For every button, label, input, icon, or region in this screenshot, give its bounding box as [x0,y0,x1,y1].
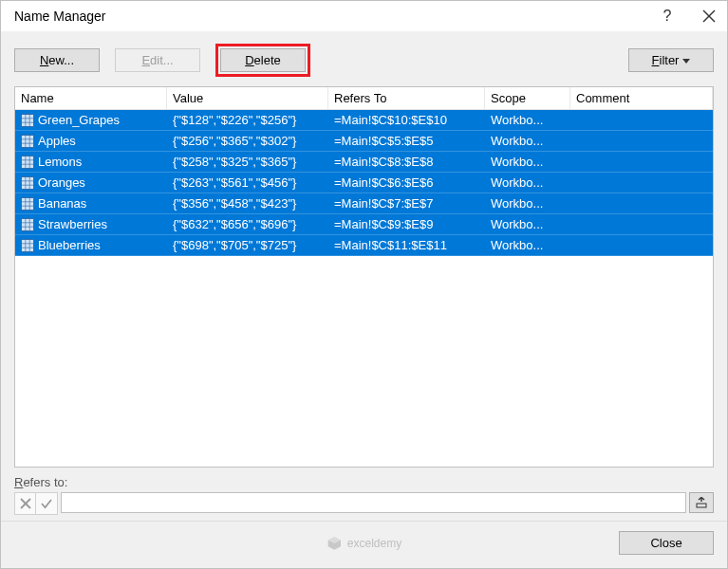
row-value: {"$263","$561","$456"} [167,173,328,193]
help-button[interactable]: ? [659,9,676,24]
cancel-confirm-group [14,492,58,515]
delete-highlight: Delete [215,44,310,77]
col-header-refers[interactable]: Refers To [328,87,485,109]
row-scope: Workbo... [485,173,570,193]
row-value: {"$128","$226","$256"} [167,110,328,130]
table-icon [21,197,34,211]
table-header: Name Value Refers To Scope Comment [15,87,713,110]
close-button[interactable]: Close [619,531,714,555]
col-header-name[interactable]: Name [15,87,167,109]
svg-rect-32 [22,239,34,251]
name-manager-dialog: Name Manager ? New... Edit... Delete Fil… [0,0,728,569]
row-refers: =Main!$C$11:$E$11 [328,235,485,255]
row-name: Strawberries [38,217,107,231]
row-comment [570,243,713,248]
row-comment [570,222,713,228]
row-scope: Workbo... [485,152,570,172]
svg-rect-12 [22,156,34,168]
svg-rect-17 [22,176,34,189]
svg-marker-40 [327,537,340,549]
table-body[interactable]: Green_Grapes{"$128","$226","$256"}=Main!… [15,110,713,467]
row-scope: Workbo... [485,193,570,213]
row-value: {"$256","$365","$302"} [167,131,328,151]
table-icon [21,135,34,148]
table-icon [21,239,34,252]
table-row[interactable]: Apples{"$256","$365","$302"}=Main!$C$5:$… [15,131,713,152]
table-row[interactable]: Lemons{"$258","$325","$365"}=Main!$C$8:$… [15,152,713,173]
svg-rect-7 [22,135,34,147]
table-row[interactable]: Blueberries{"$698","$705","$725"}=Main!$… [15,235,713,256]
row-refers: =Main!$C$7:$E$7 [328,193,485,213]
new-button[interactable]: New... [14,48,100,72]
row-scope: Workbo... [485,214,570,234]
cancel-edit-icon [15,493,36,514]
table-row[interactable]: Bananas{"$356","$458","$423"}=Main!$C$7:… [15,193,713,214]
row-refers: =Main!$C$6:$E$6 [328,173,485,193]
row-value: {"$698","$705","$725"} [167,235,328,255]
col-header-comment[interactable]: Comment [570,87,713,109]
row-name: Oranges [38,175,85,190]
table-icon [21,218,34,231]
row-name: Bananas [38,196,86,211]
svg-rect-39 [697,504,706,507]
row-comment [570,180,713,186]
watermark: exceldemy [327,536,401,551]
row-comment [570,138,713,144]
row-name: Apples [38,134,76,148]
row-scope: Workbo... [485,131,570,151]
row-value: {"$632","$656","$696"} [167,214,328,234]
row-refers: =Main!$C$5:$E$5 [328,131,485,151]
refers-to-input[interactable] [61,492,686,513]
window-controls: ? [659,9,719,24]
logo-icon [327,536,342,551]
row-name: Green_Grapes [38,113,120,127]
row-name: Blueberries [38,238,101,252]
row-value: {"$356","$458","$423"} [167,193,328,213]
refers-to-section: Refers to: [14,475,714,515]
edit-button: Edit... [115,48,200,72]
table-row[interactable]: Oranges{"$263","$561","$456"}=Main!$C$6:… [15,173,713,193]
table-icon [21,176,34,190]
row-scope: Workbo... [485,110,570,130]
col-header-value[interactable]: Value [167,87,328,109]
table-icon [21,156,34,169]
row-refers: =Main!$C$8:$E$8 [328,152,485,172]
row-value: {"$258","$325","$365"} [167,152,328,172]
svg-rect-2 [22,114,34,126]
row-comment [570,201,713,207]
refers-to-label: Refers to: [14,475,714,489]
delete-button[interactable]: Delete [220,48,306,72]
svg-rect-22 [22,197,34,210]
toolbar: New... Edit... Delete Filter [1,31,727,86]
chevron-down-icon [682,59,690,64]
row-comment [570,159,713,165]
row-comment [570,118,713,123]
row-refers: =Main!$C$10:$E$10 [328,110,485,130]
row-refers: =Main!$C$9:$E$9 [328,214,485,234]
title-bar: Name Manager ? [1,1,727,31]
table-row[interactable]: Green_Grapes{"$128","$226","$256"}=Main!… [15,110,713,131]
close-icon[interactable] [702,9,719,23]
bottom-bar: exceldemy Close [1,521,727,568]
confirm-edit-icon [36,493,57,514]
svg-marker-41 [327,537,340,543]
dialog-title: Name Manager [14,9,106,24]
row-scope: Workbo... [485,235,570,255]
collapse-dialog-button[interactable] [689,492,714,513]
names-table: Name Value Refers To Scope Comment Green… [14,86,714,468]
table-row[interactable]: Strawberries{"$632","$656","$696"}=Main!… [15,214,713,235]
filter-button[interactable]: Filter [628,48,714,72]
col-header-scope[interactable]: Scope [485,87,570,109]
table-icon [21,114,34,127]
svg-rect-27 [22,218,34,230]
row-name: Lemons [38,155,82,169]
